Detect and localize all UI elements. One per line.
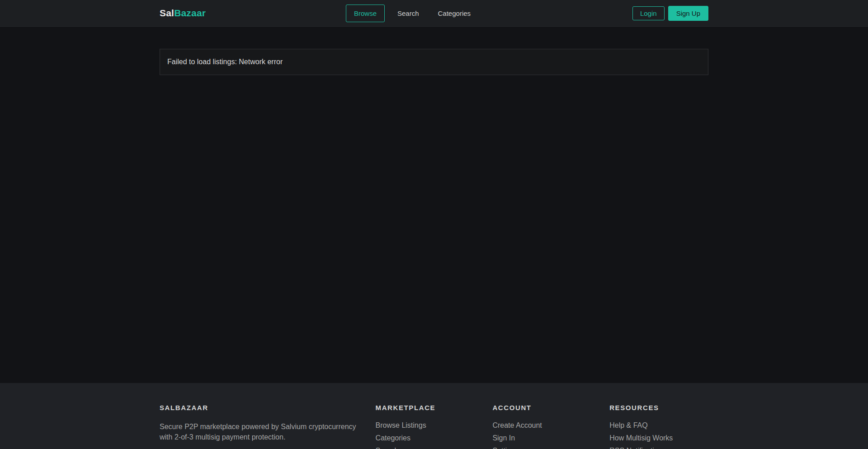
- nav-item-categories[interactable]: Categories: [432, 5, 477, 22]
- site-header: SalBazaar Browse Search Categories Login…: [0, 0, 868, 27]
- footer-account-heading: ACCOUNT: [492, 404, 591, 411]
- nav-item-search[interactable]: Search: [391, 5, 425, 22]
- main-nav: Browse Search Categories: [346, 5, 477, 22]
- header-auth: Login Sign Up: [500, 6, 708, 21]
- footer-link-categories[interactable]: Categories: [376, 434, 410, 442]
- site-footer: SALBAZAAR Secure P2P marketplace powered…: [0, 383, 868, 449]
- footer-link-help-faq[interactable]: Help & FAQ: [609, 421, 647, 430]
- footer-link-sign-in[interactable]: Sign In: [492, 434, 515, 442]
- error-message: Failed to load listings: Network error: [167, 58, 283, 66]
- brand-logo-prefix: Sal: [160, 8, 174, 18]
- footer-link-browse-listings[interactable]: Browse Listings: [376, 421, 426, 430]
- footer-marketplace-column: MARKETPLACE Browse Listings Categories S…: [376, 404, 475, 449]
- header-left: SalBazaar: [160, 8, 368, 19]
- main-content: Failed to load listings: Network error: [0, 49, 868, 383]
- footer-link-settings[interactable]: Settings: [492, 447, 519, 449]
- footer-about-description: Secure P2P marketplace powered by Salviu…: [160, 421, 358, 442]
- brand-logo-suffix: Bazaar: [174, 8, 206, 18]
- footer-resources-heading: RESOURCES: [609, 404, 708, 411]
- footer-resources-column: RESOURCES Help & FAQ How Multisig Works …: [609, 404, 708, 449]
- footer-marketplace-heading: MARKETPLACE: [376, 404, 475, 411]
- footer-link-search[interactable]: Search: [376, 447, 399, 449]
- brand-logo[interactable]: SalBazaar: [160, 8, 206, 19]
- error-banner: Failed to load listings: Network error: [160, 49, 708, 75]
- footer-account-column: ACCOUNT Create Account Sign In Settings: [492, 404, 591, 449]
- login-button[interactable]: Login: [632, 6, 665, 20]
- signup-button[interactable]: Sign Up: [668, 6, 708, 21]
- footer-link-how-multisig-works[interactable]: How Multisig Works: [609, 434, 673, 442]
- footer-about-column: SALBAZAAR Secure P2P marketplace powered…: [160, 404, 358, 449]
- footer-link-rss-notifications[interactable]: RSS Notifications: [609, 447, 666, 449]
- footer-about-heading: SALBAZAAR: [160, 404, 358, 411]
- footer-link-create-account[interactable]: Create Account: [492, 421, 542, 430]
- nav-item-browse[interactable]: Browse: [346, 5, 385, 22]
